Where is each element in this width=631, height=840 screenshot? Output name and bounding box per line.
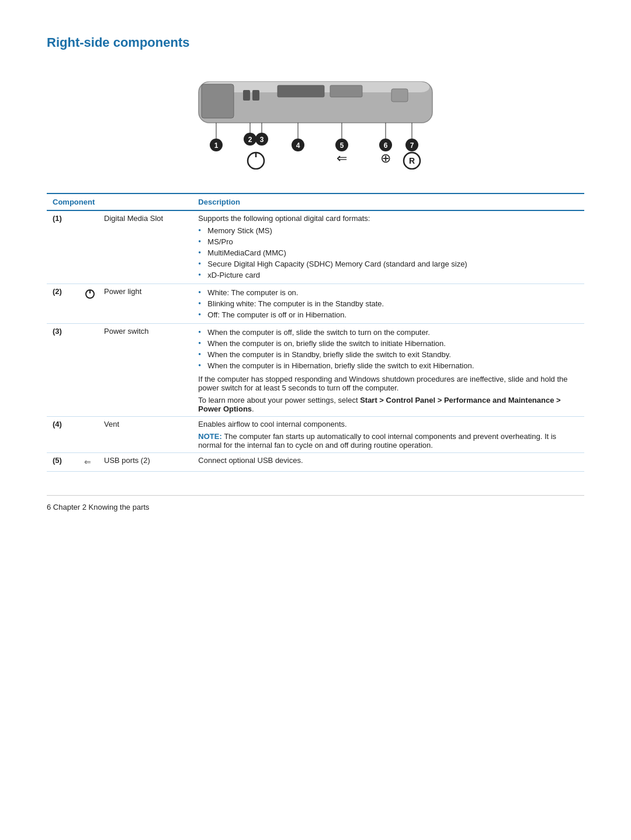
svg-rect-3 — [278, 85, 324, 97]
component-number: (1) — [53, 214, 76, 223]
bullet-list: White: The computer is on.Blinking white… — [198, 287, 578, 320]
list-item: White: The computer is on. — [198, 287, 578, 298]
table-row: (4)VentEnables airflow to cool internal … — [47, 417, 584, 453]
usb-icon: ⇐ — [79, 456, 100, 468]
component-cell: (5) ⇐ USB ports (2) — [47, 453, 192, 472]
component-cell: (1)Digital Media Slot — [47, 210, 192, 284]
page-title: Right-side components — [47, 35, 584, 50]
component-header: Component — [47, 193, 192, 210]
list-item: Blinking white: The computer is in the S… — [198, 298, 578, 309]
svg-rect-4 — [330, 85, 362, 97]
note-paragraph: If the computer has stopped responding a… — [198, 375, 578, 392]
list-item: Off: The computer is off or in Hibernati… — [198, 309, 578, 320]
component-number: (5) — [53, 456, 76, 465]
component-name: Power light — [104, 287, 141, 296]
list-item: MS/Pro — [198, 236, 578, 247]
svg-text:5: 5 — [340, 141, 344, 150]
list-item: When the computer is in Hibernation, bri… — [198, 360, 578, 371]
component-cell: (4)Vent — [47, 417, 192, 453]
component-name: Digital Media Slot — [104, 214, 163, 223]
note-paragraph: NOTE: The computer fan starts up automat… — [198, 432, 578, 450]
description-cell: Connect optional USB devices. — [192, 453, 584, 472]
description-cell: When the computer is off, slide the swit… — [192, 324, 584, 417]
desc-intro: Enables airflow to cool internal compone… — [198, 420, 578, 428]
bullet-list: Memory Stick (MS)MS/ProMultiMediaCard (M… — [198, 225, 578, 281]
svg-text:⇐: ⇐ — [337, 151, 347, 165]
svg-text:⇐: ⇐ — [84, 457, 91, 466]
desc-intro: Supports the following optional digital … — [198, 214, 578, 223]
list-item: MultiMediaCard (MMC) — [198, 247, 578, 258]
list-item: When the computer is on, briefly slide t… — [198, 338, 578, 349]
description-cell: Enables airflow to cool internal compone… — [192, 417, 584, 453]
svg-text:1: 1 — [214, 141, 219, 150]
list-item: xD-Picture card — [198, 269, 578, 281]
list-item: Memory Stick (MS) — [198, 225, 578, 236]
description-cell: Supports the following optional digital … — [192, 210, 584, 284]
svg-text:3: 3 — [260, 136, 264, 144]
component-cell: (2) Power light — [47, 284, 192, 324]
list-item: When the computer is off, slide the swit… — [198, 327, 578, 338]
table-row: (1)Digital Media SlotSupports the follow… — [47, 210, 584, 284]
svg-text:6: 6 — [384, 141, 388, 150]
table-row: (5) ⇐ USB ports (2)Connect optional USB … — [47, 453, 584, 472]
component-name: Power switch — [104, 327, 149, 336]
table-row: (2) Power lightWhite: The computer is on… — [47, 284, 584, 324]
svg-rect-7 — [252, 90, 259, 101]
list-item: When the computer is in Standby, briefly… — [198, 349, 578, 360]
note-label: NOTE: — [198, 432, 224, 441]
component-cell: (3)Power switch — [47, 324, 192, 417]
table-header: Component Description — [47, 193, 584, 210]
svg-text:⊕: ⊕ — [380, 151, 391, 165]
diagram-area: 1 2 3 4 5 ⇐ 6 ⊕ 7 R — [47, 64, 584, 175]
svg-rect-2 — [202, 84, 234, 118]
svg-text:7: 7 — [410, 141, 414, 150]
description-cell: White: The computer is on.Blinking white… — [192, 284, 584, 324]
desc-intro: Connect optional USB devices. — [198, 456, 578, 465]
note-paragraph: To learn more about your power settings,… — [198, 396, 578, 413]
components-table: Component Description (1)Digital Media S… — [47, 193, 584, 472]
svg-text:4: 4 — [296, 141, 300, 150]
list-item: Secure Digital High Capacity (SDHC) Memo… — [198, 258, 578, 269]
svg-rect-5 — [391, 89, 408, 102]
component-number: (3) — [53, 327, 76, 336]
component-name: Vent — [104, 420, 119, 428]
component-name: USB ports (2) — [104, 456, 150, 465]
bullet-list: When the computer is off, slide the swit… — [198, 327, 578, 371]
svg-text:R: R — [409, 156, 415, 165]
svg-rect-6 — [243, 90, 250, 101]
power-icon — [79, 287, 100, 302]
table-row: (3)Power switchWhen the computer is off,… — [47, 324, 584, 417]
laptop-diagram: 1 2 3 4 5 ⇐ 6 ⊕ 7 R — [164, 64, 467, 170]
page-footer: 6 Chapter 2 Knowing the parts — [47, 495, 584, 511]
component-number: (2) — [53, 287, 76, 296]
component-number: (4) — [53, 420, 76, 428]
svg-text:2: 2 — [248, 136, 252, 144]
description-header: Description — [192, 193, 584, 210]
